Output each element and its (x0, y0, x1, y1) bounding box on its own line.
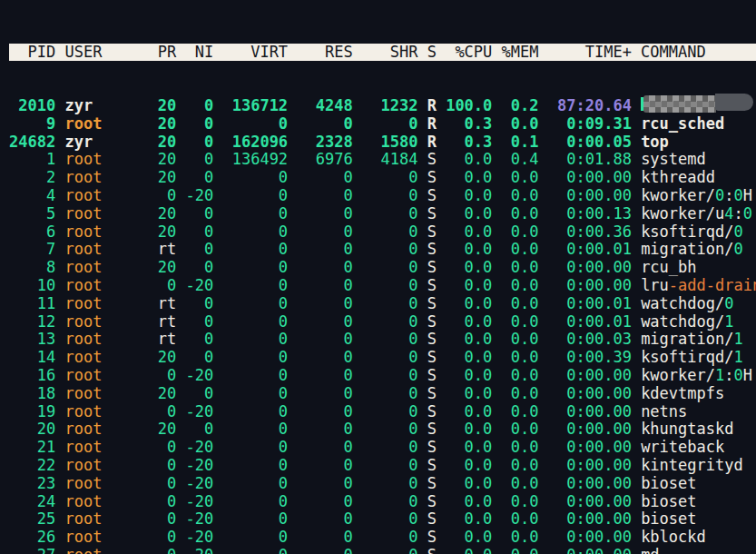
cell-pid: 10 (9, 276, 55, 294)
process-row: 2010 zyr 20 0 136712 4248 1232 R 100.0 0… (9, 97, 756, 115)
cell-command-segment: 1 (733, 348, 742, 366)
cell-cpu: 100.0 (437, 96, 492, 114)
column-header-time: TIME+ (539, 43, 632, 61)
cell-cpu: 0.0 (437, 474, 492, 492)
cell-user: root (55, 114, 139, 133)
cell-ni: 0 (176, 420, 213, 438)
process-row: 14 root 20 0 0 0 0 S 0.0 0.0 0:00.39 kso… (9, 349, 756, 367)
cell-time: 0:00.00 (539, 474, 632, 492)
cell-shr: 1580 (353, 133, 418, 151)
cell-sep (632, 168, 641, 186)
cell-sep (632, 456, 641, 474)
cell-time: 0:00.00 (539, 492, 632, 510)
cell-command-segment: 0 (733, 223, 742, 241)
column-header-pid: PID (9, 43, 55, 61)
process-row: 26 root 0 -20 0 0 0 S 0.0 0.0 0:00.00 kb… (9, 529, 756, 547)
cell-virt: 162096 (213, 133, 288, 151)
cell-command-segment: : (734, 204, 743, 223)
column-header-ni: NI (176, 43, 213, 61)
cell-virt: 136712 (213, 96, 288, 114)
cell-ni: 0 (176, 96, 213, 114)
cell-s: R (417, 133, 436, 151)
cell-command-segment: khungtaskd (641, 420, 733, 438)
cell-mem: 0.0 (492, 420, 538, 438)
cell-command-segment: : (724, 186, 733, 204)
cell-time: 0:00.36 (539, 223, 632, 241)
cell-shr: 0 (353, 294, 418, 312)
terminal-window[interactable]: PID USER PR NI VIRT RES SHR S %CPU %MEM … (0, 0, 756, 554)
cell-shr: 0 (353, 240, 418, 258)
cell-user: root (55, 492, 139, 510)
cell-pr: 0 (139, 546, 176, 554)
cell-pid: 2010 (9, 96, 55, 114)
cell-virt: 0 (213, 204, 288, 223)
cell-mem: 0.0 (492, 223, 538, 241)
cell-pid: 22 (9, 456, 55, 474)
cell-s: S (417, 509, 436, 528)
cell-mem: 0.0 (492, 186, 538, 204)
cell-ni: -20 (176, 438, 213, 456)
cell-shr: 0 (353, 492, 418, 510)
cell-ni: 0 (176, 348, 213, 366)
cell-virt: 0 (213, 114, 288, 133)
column-header-cpu: %CPU (437, 43, 492, 61)
cell-cpu: 0.0 (437, 420, 492, 438)
cell-s: S (417, 384, 436, 402)
cell-user: root (55, 276, 139, 294)
process-row: 21 root 0 -20 0 0 0 S 0.0 0.0 0:00.00 wr… (9, 439, 756, 457)
cell-s: S (417, 168, 436, 186)
cell-mem: 0.2 (492, 96, 538, 114)
cell-sep (632, 258, 641, 276)
cell-user: root (55, 168, 139, 186)
column-header-s: S (417, 43, 436, 61)
cell-command-segment: 1 (715, 366, 724, 384)
cell-ni: 0 (176, 204, 213, 223)
cell-time: 0:00.13 (539, 204, 632, 223)
cell-sep (632, 96, 641, 114)
cell-pid: 18 (9, 384, 55, 402)
cell-pr: 20 (139, 348, 176, 366)
cell-cpu: 0.0 (437, 348, 492, 366)
cell-time: 0:00.00 (539, 366, 632, 384)
cell-sep (632, 509, 641, 528)
cell-pid: 21 (9, 438, 55, 456)
cell-shr: 0 (353, 474, 418, 492)
cell-user: root (55, 366, 139, 384)
cell-pid: 8 (9, 258, 55, 276)
cell-s: S (417, 492, 436, 510)
cell-time: 0:00.00 (539, 168, 632, 186)
cell-time: 0:00.01 (539, 294, 632, 312)
cell-cpu: 0.3 (437, 133, 492, 151)
cell-sep (632, 402, 641, 420)
cell-user: root (55, 456, 139, 474)
cell-s: S (417, 223, 436, 241)
cell-pid: 24682 (9, 133, 55, 151)
cell-time: 0:09.31 (539, 114, 632, 133)
cell-time: 0:00.03 (539, 330, 632, 348)
cell-command-segment: kworker/ (641, 366, 715, 384)
cell-command-segment: 1 (733, 330, 742, 348)
cell-virt: 136492 (213, 150, 288, 168)
cell-pid: 24 (9, 492, 55, 510)
cell-mem: 0.0 (492, 276, 538, 294)
cell-ni: -20 (176, 366, 213, 384)
cell-command-segment: kintegrityd (641, 456, 743, 474)
cell-command-segment: -add-drain (669, 276, 756, 294)
cell-res: 0 (288, 223, 353, 241)
cell-s: S (417, 402, 436, 420)
column-header-command: COMMAND (632, 43, 706, 61)
cell-res: 0 (288, 258, 353, 276)
cell-s: S (417, 312, 436, 331)
process-row: 9 root 20 0 0 0 0 R 0.3 0.0 0:09.31 rcu_… (9, 115, 756, 134)
cell-user: root (55, 150, 139, 168)
cell-res: 0 (288, 546, 353, 554)
cell-shr: 0 (353, 276, 418, 294)
cell-shr: 0 (353, 223, 418, 241)
cell-pr: 0 (139, 528, 176, 546)
cell-mem: 0.0 (492, 294, 538, 312)
cell-shr: 0 (353, 438, 418, 456)
cell-mem: 0.0 (492, 240, 538, 258)
cell-virt: 0 (213, 276, 288, 294)
cell-ni: -20 (176, 276, 213, 294)
cell-s: S (417, 150, 436, 168)
